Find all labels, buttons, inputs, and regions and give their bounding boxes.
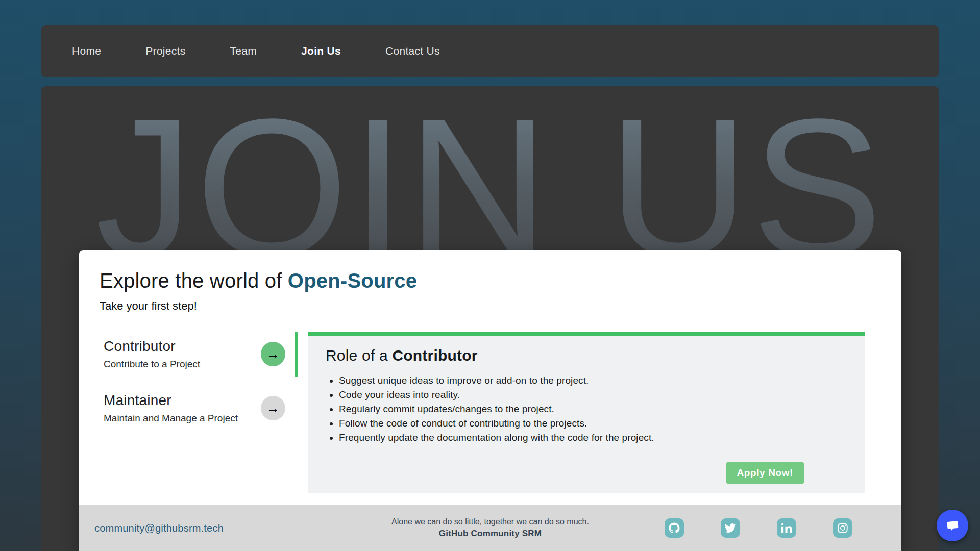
maintainer-arrow-button[interactable]: → [261, 396, 285, 420]
apply-row: Apply Now! [326, 462, 847, 484]
page-title-highlight: Open-Source [288, 269, 417, 292]
github-icon[interactable] [665, 518, 684, 538]
active-role-indicator [295, 332, 298, 377]
role-option-contributor[interactable]: Contributor Contribute to a Project → [100, 332, 285, 378]
role-duties-list: Suggest unique ideas to improve or add-o… [326, 373, 847, 445]
footer-quote: Alone we can do so little, together we c… [337, 517, 644, 527]
role-option-maintainer[interactable]: Maintainer Maintain and Manage a Project… [100, 386, 285, 432]
role-duty-item: Follow the code of conduct of contributi… [339, 416, 847, 431]
nav-item-join-us[interactable]: Join Us [301, 45, 341, 57]
footer-center-block: Alone we can do so little, together we c… [337, 517, 644, 539]
roles-row: Contributor Contribute to a Project → Ma… [100, 332, 881, 493]
social-links [665, 518, 852, 538]
page-title: Explore the world of Open-Source [100, 269, 881, 292]
role-detail-panel: Role of a Contributor Suggest unique ide… [308, 332, 865, 493]
nav-item-home[interactable]: Home [72, 45, 101, 57]
role-duty-item: Code your ideas into reality. [339, 388, 847, 402]
arrow-right-icon: → [266, 347, 280, 361]
nav-item-contact-us[interactable]: Contact Us [385, 45, 440, 57]
role-option-text: Maintainer Maintain and Manage a Project [104, 392, 238, 424]
chat-bubble-icon [945, 518, 960, 533]
twitter-icon[interactable] [721, 518, 740, 538]
role-options-list: Contributor Contribute to a Project → Ma… [100, 332, 285, 493]
apply-now-button[interactable]: Apply Now! [726, 462, 805, 484]
role-option-text: Contributor Contribute to a Project [104, 338, 200, 370]
linkedin-icon[interactable] [777, 518, 796, 538]
role-option-subtitle: Contribute to a Project [104, 359, 200, 370]
page-title-prefix: Explore the world of [100, 269, 288, 292]
active-indicator-column [285, 332, 308, 493]
role-option-subtitle: Maintain and Manage a Project [104, 413, 238, 424]
role-duty-item: Suggest unique ideas to improve or add-o… [339, 373, 847, 388]
nav-item-projects[interactable]: Projects [145, 45, 185, 57]
role-heading-prefix: Role of a [326, 347, 392, 364]
nav-item-team[interactable]: Team [230, 45, 257, 57]
join-card-body: Explore the world of Open-Source Take yo… [79, 250, 901, 505]
join-card: Explore the world of Open-Source Take yo… [79, 250, 901, 551]
top-navbar: Home Projects Team Join Us Contact Us [41, 25, 939, 77]
instagram-icon[interactable] [833, 518, 852, 538]
role-option-title: Contributor [104, 338, 200, 355]
role-option-title: Maintainer [104, 392, 238, 409]
arrow-right-icon: → [266, 402, 280, 415]
role-duty-item: Regularly commit updates/changes to the … [339, 402, 847, 416]
role-panel-heading: Role of a Contributor [326, 347, 847, 364]
page-subtitle: Take your first step! [100, 299, 881, 313]
footer-org-name: GitHub Community SRM [337, 529, 644, 539]
footer: community@githubsrm.tech Alone we can do… [79, 505, 901, 551]
role-heading-name: Contributor [392, 347, 477, 364]
contributor-arrow-button[interactable]: → [261, 342, 285, 366]
footer-email-link[interactable]: community@githubsrm.tech [94, 522, 224, 534]
role-duty-item: Frequently update the documentation alon… [339, 431, 847, 445]
chat-widget-button[interactable] [937, 510, 968, 541]
